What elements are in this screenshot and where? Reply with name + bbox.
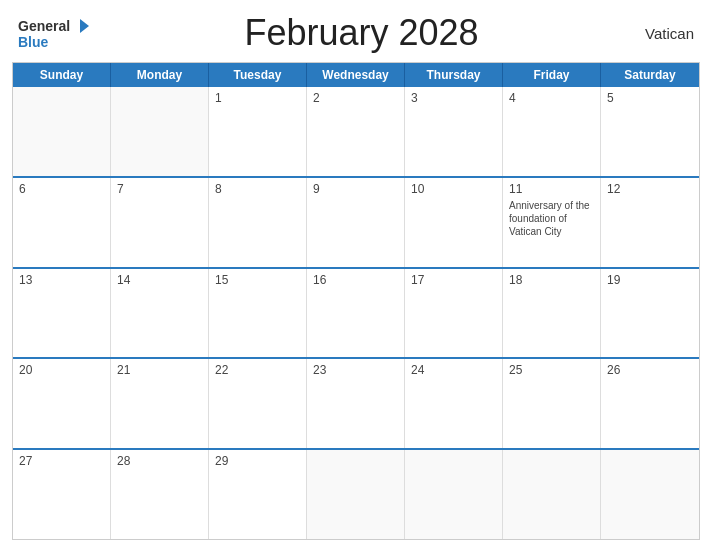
calendar-body: 1234567891011Anniversary of the foundati… bbox=[13, 87, 699, 539]
cal-day-number: 12 bbox=[607, 182, 693, 196]
calendar: SundayMondayTuesdayWednesdayThursdayFrid… bbox=[12, 62, 700, 540]
cal-cell bbox=[405, 450, 503, 539]
cal-cell: 10 bbox=[405, 178, 503, 267]
cal-cell: 24 bbox=[405, 359, 503, 448]
cal-day-number: 6 bbox=[19, 182, 104, 196]
cal-header-cell-saturday: Saturday bbox=[601, 63, 699, 87]
cal-week-2: 67891011Anniversary of the foundation of… bbox=[13, 176, 699, 267]
cal-cell: 23 bbox=[307, 359, 405, 448]
header: General Blue February 2028 Vatican bbox=[0, 0, 712, 62]
cal-cell: 6 bbox=[13, 178, 111, 267]
cal-cell: 18 bbox=[503, 269, 601, 358]
calendar-header-row: SundayMondayTuesdayWednesdayThursdayFrid… bbox=[13, 63, 699, 87]
cal-cell: 22 bbox=[209, 359, 307, 448]
cal-day-number: 21 bbox=[117, 363, 202, 377]
cal-event: Anniversary of the foundation of Vatican… bbox=[509, 199, 594, 238]
calendar-title: February 2028 bbox=[89, 12, 634, 54]
cal-cell: 29 bbox=[209, 450, 307, 539]
cal-day-number: 24 bbox=[411, 363, 496, 377]
cal-day-number: 13 bbox=[19, 273, 104, 287]
cal-day-number: 19 bbox=[607, 273, 693, 287]
cal-cell: 28 bbox=[111, 450, 209, 539]
cal-cell: 11Anniversary of the foundation of Vatic… bbox=[503, 178, 601, 267]
cal-week-5: 272829 bbox=[13, 448, 699, 539]
cal-day-number: 20 bbox=[19, 363, 104, 377]
cal-day-number: 16 bbox=[313, 273, 398, 287]
logo: General Blue bbox=[18, 17, 89, 49]
cal-cell: 14 bbox=[111, 269, 209, 358]
cal-cell: 4 bbox=[503, 87, 601, 176]
logo-general-text: General bbox=[18, 19, 70, 33]
cal-day-number: 26 bbox=[607, 363, 693, 377]
cal-cell: 8 bbox=[209, 178, 307, 267]
cal-cell: 5 bbox=[601, 87, 699, 176]
cal-cell: 20 bbox=[13, 359, 111, 448]
cal-cell: 17 bbox=[405, 269, 503, 358]
cal-day-number: 18 bbox=[509, 273, 594, 287]
cal-day-number: 23 bbox=[313, 363, 398, 377]
cal-day-number: 27 bbox=[19, 454, 104, 468]
cal-cell: 16 bbox=[307, 269, 405, 358]
cal-day-number: 14 bbox=[117, 273, 202, 287]
svg-marker-0 bbox=[80, 19, 89, 33]
cal-day-number: 15 bbox=[215, 273, 300, 287]
cal-cell: 26 bbox=[601, 359, 699, 448]
cal-day-number: 4 bbox=[509, 91, 594, 105]
cal-cell: 2 bbox=[307, 87, 405, 176]
cal-header-cell-friday: Friday bbox=[503, 63, 601, 87]
cal-week-3: 13141516171819 bbox=[13, 267, 699, 358]
cal-cell: 19 bbox=[601, 269, 699, 358]
cal-day-number: 10 bbox=[411, 182, 496, 196]
cal-cell: 13 bbox=[13, 269, 111, 358]
cal-cell bbox=[601, 450, 699, 539]
cal-cell: 25 bbox=[503, 359, 601, 448]
cal-cell bbox=[111, 87, 209, 176]
cal-cell: 7 bbox=[111, 178, 209, 267]
cal-cell bbox=[13, 87, 111, 176]
logo-flag-icon bbox=[71, 17, 89, 35]
cal-week-1: 12345 bbox=[13, 87, 699, 176]
cal-cell: 3 bbox=[405, 87, 503, 176]
cal-cell bbox=[307, 450, 405, 539]
cal-header-cell-monday: Monday bbox=[111, 63, 209, 87]
cal-cell: 1 bbox=[209, 87, 307, 176]
cal-day-number: 5 bbox=[607, 91, 693, 105]
cal-cell bbox=[503, 450, 601, 539]
cal-day-number: 25 bbox=[509, 363, 594, 377]
cal-cell: 12 bbox=[601, 178, 699, 267]
cal-day-number: 22 bbox=[215, 363, 300, 377]
cal-day-number: 9 bbox=[313, 182, 398, 196]
cal-cell: 9 bbox=[307, 178, 405, 267]
cal-day-number: 7 bbox=[117, 182, 202, 196]
cal-cell: 15 bbox=[209, 269, 307, 358]
cal-cell: 27 bbox=[13, 450, 111, 539]
cal-cell: 21 bbox=[111, 359, 209, 448]
cal-day-number: 2 bbox=[313, 91, 398, 105]
cal-header-cell-tuesday: Tuesday bbox=[209, 63, 307, 87]
cal-day-number: 17 bbox=[411, 273, 496, 287]
country-label: Vatican bbox=[634, 25, 694, 42]
cal-day-number: 3 bbox=[411, 91, 496, 105]
page: General Blue February 2028 Vatican Sunda… bbox=[0, 0, 712, 550]
cal-header-cell-thursday: Thursday bbox=[405, 63, 503, 87]
cal-week-4: 20212223242526 bbox=[13, 357, 699, 448]
cal-day-number: 11 bbox=[509, 182, 594, 196]
cal-day-number: 28 bbox=[117, 454, 202, 468]
cal-header-cell-wednesday: Wednesday bbox=[307, 63, 405, 87]
cal-header-cell-sunday: Sunday bbox=[13, 63, 111, 87]
cal-day-number: 8 bbox=[215, 182, 300, 196]
cal-day-number: 1 bbox=[215, 91, 300, 105]
cal-day-number: 29 bbox=[215, 454, 300, 468]
logo-blue-text: Blue bbox=[18, 35, 48, 49]
